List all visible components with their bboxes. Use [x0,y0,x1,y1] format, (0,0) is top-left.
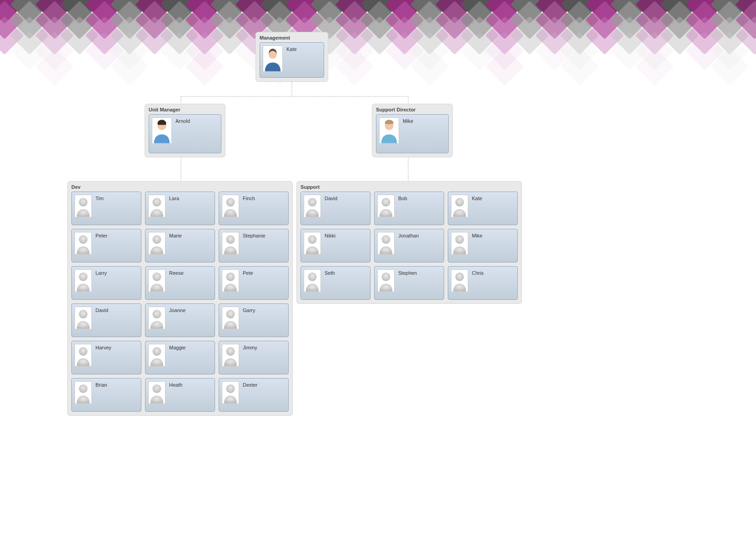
avatar-placeholder-icon [75,307,92,329]
card-unit-manager[interactable]: Arnold [149,114,221,153]
svg-point-23 [226,235,235,244]
card-member[interactable]: Dexter [219,378,289,412]
group-management-title: Management [260,35,324,40]
avatar-placeholder-icon [148,381,165,404]
card-name: Kate [286,46,297,52]
card-name: Pete [243,270,253,276]
avatar-placeholder-icon [222,344,239,367]
avatar-placeholder-icon [222,307,239,329]
card-name: Tim [95,196,104,201]
avatar-placeholder-icon [304,195,321,217]
card-name: Mike [403,118,413,124]
card-name: Mike [472,233,482,238]
group-unit-manager-title: Unit Manager [149,107,221,112]
org-chart: Management Kate Unit Manager [0,0,756,555]
card-member[interactable]: Joanne [145,303,215,337]
card-name: Chris [472,270,484,276]
card-member[interactable]: Reese [145,266,215,300]
avatar-placeholder-icon [75,381,92,404]
svg-point-19 [79,235,88,244]
group-dev-title: Dev [71,184,289,190]
svg-point-29 [226,272,235,281]
card-name: Nikki [325,233,335,238]
card-management[interactable]: Kate [260,42,324,78]
avatar-placeholder-icon [451,232,468,255]
svg-point-45 [153,384,161,393]
avatar-placeholder-icon [75,269,92,292]
card-member[interactable]: Chris [448,266,518,300]
card-member[interactable]: Harvey [71,341,141,374]
card-member[interactable]: Kate [448,192,518,225]
avatar-placeholder-icon [222,195,239,217]
card-member[interactable]: Jonathan [374,229,444,262]
support-grid: David Bob Kate [300,192,518,300]
card-member[interactable]: Tim [71,192,141,225]
card-member[interactable]: Marie [145,229,215,262]
avatar-placeholder-icon [148,232,165,255]
card-member[interactable]: David [71,303,141,337]
card-name: Peter [95,233,107,238]
card-member[interactable]: Peter [71,229,141,262]
card-support-director[interactable]: Mike [376,114,449,153]
card-member[interactable]: Maggie [145,341,215,374]
card-name: Arnold [175,118,190,124]
svg-point-43 [79,384,88,393]
svg-point-41 [226,347,235,356]
card-name: Finch [243,196,255,201]
avatar-placeholder-icon [75,195,92,217]
card-member[interactable]: Finch [219,192,289,225]
card-member[interactable]: Stephen [374,266,444,300]
svg-point-49 [308,198,317,207]
group-unit-manager[interactable]: Unit Manager Arnold [145,104,225,157]
avatar-placeholder-icon [75,232,92,255]
svg-point-15 [153,198,161,207]
avatar-placeholder-icon [451,195,468,217]
svg-point-61 [308,272,317,281]
svg-point-51 [382,198,391,207]
card-member[interactable]: Brian [71,378,141,412]
svg-point-25 [79,272,88,281]
group-dev[interactable]: Dev Tim Lara [67,181,293,416]
card-member[interactable]: David [300,192,370,225]
card-name: Jonathan [398,233,419,238]
avatar-placeholder-icon [222,232,239,255]
card-name: Bob [398,196,407,201]
card-member[interactable]: Mike [448,229,518,262]
card-name: Lara [169,196,179,201]
avatar-photo [263,45,283,72]
card-member[interactable]: Seth [300,266,370,300]
group-support[interactable]: Support David Bob [296,181,522,304]
card-member[interactable]: Nikki [300,229,370,262]
card-name: Dexter [243,382,257,388]
group-support-director[interactable]: Support Director Mike [372,104,453,157]
avatar-placeholder-icon [75,344,92,367]
card-member[interactable]: Garry [219,303,289,337]
card-name: Joanne [169,308,185,313]
svg-point-7 [269,51,276,59]
avatar-placeholder-icon [451,269,468,292]
card-member[interactable]: Larry [71,266,141,300]
svg-point-17 [226,198,235,207]
card-member[interactable]: Pete [219,266,289,300]
card-name: David [95,308,108,313]
card-name: Harvey [95,345,111,350]
svg-point-39 [153,347,161,356]
svg-point-59 [456,235,464,244]
dev-grid: Tim Lara Finch [71,192,289,412]
avatar-placeholder-icon [377,269,395,292]
card-member[interactable]: Lara [145,192,215,225]
svg-point-27 [153,272,161,281]
svg-point-63 [382,272,391,281]
avatar-placeholder-icon [377,232,395,255]
card-member[interactable]: Heath [145,378,215,412]
avatar-placeholder-icon [222,381,239,404]
svg-point-55 [308,235,317,244]
card-member[interactable]: Jimmy [219,341,289,374]
card-name: Jimmy [243,345,257,350]
card-member[interactable]: Stephanie [219,229,289,262]
card-name: David [325,196,337,201]
avatar-photo [152,117,172,144]
svg-point-53 [456,198,464,207]
group-management[interactable]: Management Kate [255,32,328,82]
card-member[interactable]: Bob [374,192,444,225]
